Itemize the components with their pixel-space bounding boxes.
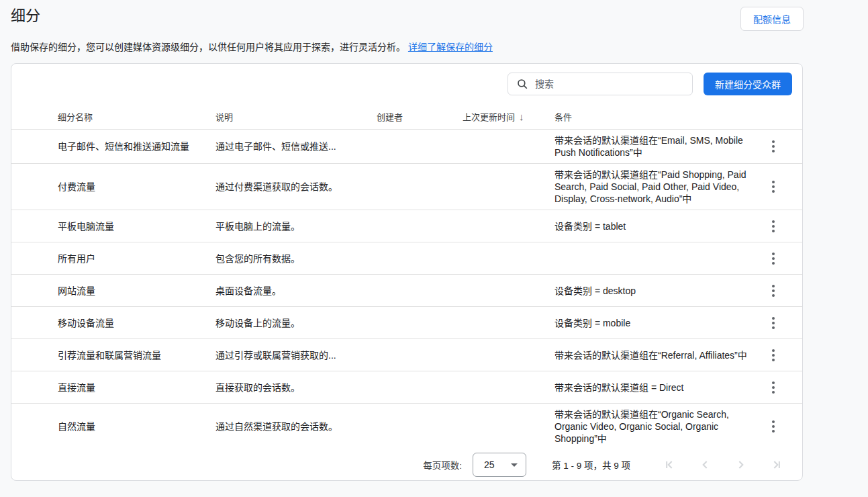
segment-name: 自然流量 (58, 416, 215, 437)
kebab-icon (772, 253, 775, 255)
segment-creator (377, 222, 463, 231)
kebab-icon (772, 381, 775, 384)
segment-creator (377, 286, 463, 296)
segment-description: 移动设备上的流量。 (215, 312, 377, 334)
kebab-icon (772, 317, 775, 320)
segment-updated (463, 383, 554, 392)
segment-name: 电子邮件、短信和推送通知流量 (58, 136, 215, 157)
last-page-icon (769, 458, 782, 471)
table-header-row: 细分名称 说明 创建者 上次更新时间 ↓ 条件 (11, 104, 802, 130)
kebab-icon (772, 349, 775, 352)
segment-name: 移动设备流量 (58, 312, 215, 334)
segment-name: 付费流量 (58, 176, 215, 197)
table-row[interactable]: 电子邮件、短信和推送通知流量 通过电子邮件、短信或推送... 带来会话的默认渠道… (11, 130, 802, 164)
row-menu-button[interactable] (761, 414, 785, 439)
quota-info-button[interactable]: 配额信息 (740, 7, 804, 31)
segment-description: 桌面设备流量。 (215, 280, 377, 302)
column-header-updated-label: 上次更新时间 (463, 110, 515, 123)
segment-name: 所有用户 (58, 248, 215, 269)
row-menu-button[interactable] (761, 134, 785, 159)
segment-updated (463, 222, 554, 231)
row-menu-button[interactable] (761, 175, 785, 199)
table-row[interactable]: 移动设备流量 移动设备上的流量。 设备类别 = mobile (11, 307, 802, 339)
segment-description: 通过电子邮件、短信或推送... (215, 136, 377, 157)
next-page-button[interactable] (732, 457, 749, 473)
segment-creator (377, 422, 463, 431)
segment-updated (463, 318, 554, 328)
segments-card: 新建细分受众群 细分名称 说明 创建者 上次更新时间 ↓ 条件 电子邮件、短信和… (11, 63, 803, 481)
segment-name: 引荐流量和联属营销流量 (58, 345, 215, 366)
segment-condition: 设备类别 = desktop (554, 280, 758, 302)
next-page-icon (734, 458, 747, 471)
segment-condition: 带来会话的默认渠道组在“Organic Search, Organic Vide… (554, 404, 758, 449)
first-page-button[interactable] (663, 457, 679, 473)
page-size-value: 25 (484, 459, 495, 470)
new-segment-button[interactable]: 新建细分受众群 (704, 73, 792, 95)
segment-creator (377, 351, 463, 360)
page-header: 细分 配额信息 借助保存的细分，您可以创建媒体资源级细分，以供任何用户将其应用于… (0, 0, 868, 54)
segment-condition: 带来会话的默认渠道组在“Referral, Affiliates”中 (554, 345, 758, 366)
segment-description: 通过自然渠道获取的会话数。 (215, 416, 377, 437)
search-input[interactable] (535, 79, 685, 89)
segment-description: 包含您的所有数据。 (215, 248, 377, 269)
segment-name: 直接流量 (58, 377, 215, 398)
segment-description: 通过引荐或联属营销获取的... (215, 345, 377, 366)
segment-name: 网站流量 (58, 280, 215, 302)
table-row[interactable]: 直接流量 直接获取的会话数。 带来会话的默认渠道组 = Direct (11, 371, 802, 404)
segment-creator (377, 254, 463, 263)
column-header-creator: 创建者 (377, 110, 463, 123)
prev-page-button[interactable] (697, 457, 714, 473)
search-box[interactable] (508, 73, 693, 95)
table-row[interactable]: 所有用户 包含您的所有数据。 (11, 242, 802, 275)
table-row[interactable]: 自然流量 通过自然渠道获取的会话数。 带来会话的默认渠道组在“Organic S… (11, 404, 802, 449)
column-header-condition: 条件 (554, 110, 758, 123)
page-size-select[interactable]: 25 (473, 453, 526, 477)
segment-updated (463, 286, 554, 296)
row-menu-button[interactable] (761, 311, 785, 335)
last-page-button[interactable] (767, 457, 783, 473)
segment-description: 平板电脑上的流量。 (215, 216, 377, 237)
dropdown-arrow-icon (511, 463, 518, 467)
segment-creator (377, 142, 463, 151)
sort-descending-icon: ↓ (519, 111, 524, 122)
kebab-icon (772, 181, 775, 183)
segment-description: 直接获取的会话数。 (215, 377, 377, 398)
table-row[interactable]: 付费流量 通过付费渠道获取的会话数。 带来会话的默认渠道组在“Paid Shop… (11, 164, 802, 210)
row-menu-button[interactable] (761, 279, 785, 303)
table-row[interactable]: 引荐流量和联属营销流量 通过引荐或联属营销获取的... 带来会话的默认渠道组在“… (11, 339, 802, 371)
kebab-icon (772, 420, 775, 423)
learn-more-link[interactable]: 详细了解保存的细分 (408, 42, 493, 52)
search-icon (516, 78, 528, 90)
first-page-icon (664, 458, 677, 471)
pagination-bar: 每页项数: 25 第 1 - 9 项，共 9 项 (11, 449, 802, 480)
segment-updated (463, 182, 554, 191)
page-description-text: 借助保存的细分，您可以创建媒体资源级细分，以供任何用户将其应用于探索，进行灵活分… (11, 42, 405, 52)
row-menu-button[interactable] (761, 343, 785, 367)
segment-condition (554, 254, 758, 263)
segment-name: 平板电脑流量 (58, 216, 215, 237)
kebab-icon (772, 285, 775, 287)
kebab-icon (772, 220, 775, 223)
pagination-range: 第 1 - 9 项，共 9 项 (552, 458, 630, 471)
pager-controls (663, 457, 783, 473)
segment-condition: 带来会话的默认渠道组在“Paid Shopping, Paid Search, … (554, 164, 758, 210)
segment-condition: 设备类别 = tablet (554, 216, 758, 237)
page-title: 细分 (11, 7, 40, 26)
segment-condition: 设备类别 = mobile (554, 312, 758, 334)
rows-per-page-label: 每页项数: (423, 458, 462, 471)
table-toolbar: 新建细分受众群 (11, 64, 802, 95)
table-body: 电子邮件、短信和推送通知流量 通过电子邮件、短信或推送... 带来会话的默认渠道… (11, 130, 802, 449)
row-menu-button[interactable] (761, 375, 785, 400)
segment-creator (377, 318, 463, 328)
segment-creator (377, 182, 463, 191)
row-menu-button[interactable] (761, 246, 785, 271)
row-menu-button[interactable] (761, 214, 785, 238)
segment-updated (463, 351, 554, 360)
table-row[interactable]: 网站流量 桌面设备流量。 设备类别 = desktop (11, 275, 802, 307)
column-header-name: 细分名称 (58, 110, 215, 123)
table-row[interactable]: 平板电脑流量 平板电脑上的流量。 设备类别 = tablet (11, 210, 802, 242)
segment-updated (463, 142, 554, 151)
segment-condition: 带来会话的默认渠道组在“Email, SMS, Mobile Push Noti… (554, 130, 758, 163)
segment-creator (377, 383, 463, 392)
column-header-updated[interactable]: 上次更新时间 ↓ (463, 110, 554, 123)
